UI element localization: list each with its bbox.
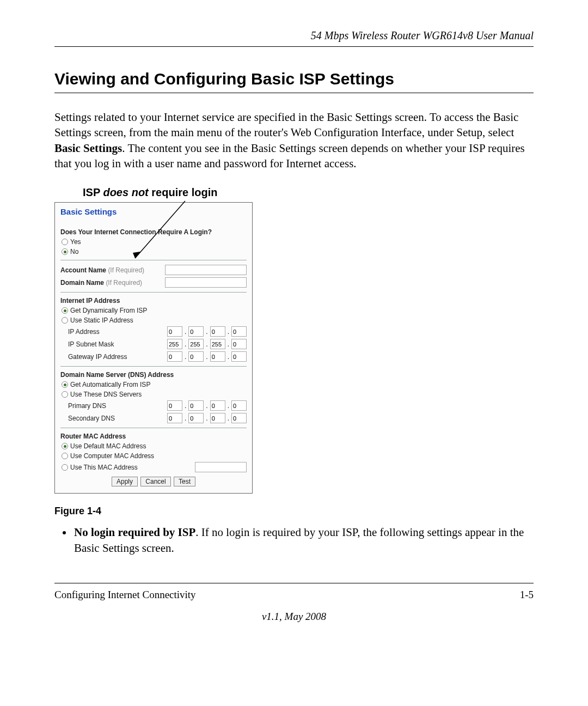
- radio-ip-static-label: Use Static IP Address: [70, 317, 133, 324]
- subnet-mask-label: IP Subnet Mask: [68, 340, 114, 348]
- radio-ip-dynamic[interactable]: [62, 307, 68, 314]
- domain-name-input[interactable]: [165, 277, 247, 288]
- footer-version: v1.1, May 2008: [54, 611, 534, 623]
- gateway-oct3[interactable]: [210, 351, 225, 362]
- radio-dns-custom-label: Use These DNS Servers: [70, 391, 142, 398]
- mac-heading: Router MAC Address: [60, 433, 247, 440]
- radio-login-yes[interactable]: [62, 239, 68, 245]
- cancel-button[interactable]: Cancel: [140, 477, 170, 486]
- figure-caption: Figure 1-4: [54, 506, 534, 517]
- running-header: 54 Mbps Wireless Router WGR614v8 User Ma…: [54, 29, 534, 47]
- pdns-oct4[interactable]: [231, 400, 247, 411]
- footer-left: Configuring Internet Connectivity: [54, 589, 196, 601]
- pdns-oct3[interactable]: [210, 400, 225, 411]
- radio-mac-this-label: Use This MAC Address: [70, 464, 138, 471]
- radio-dns-custom[interactable]: [62, 391, 68, 398]
- radio-mac-computer-label: Use Computer MAC Address: [70, 452, 154, 460]
- divider: [60, 366, 247, 367]
- secondary-dns-label: Secondary DNS: [68, 415, 115, 422]
- domain-name-note: (If Required): [106, 279, 142, 287]
- ip-address-oct4[interactable]: [231, 326, 247, 337]
- gateway-label: Gateway IP Address: [68, 353, 127, 361]
- sdns-oct2[interactable]: [188, 413, 204, 423]
- domain-name-label: Domain Name: [60, 279, 104, 287]
- apply-button[interactable]: Apply: [112, 477, 138, 486]
- page-footer: Configuring Internet Connectivity 1-5: [54, 583, 534, 601]
- radio-mac-this[interactable]: [62, 464, 68, 471]
- ip-address-label: IP Address: [68, 328, 100, 336]
- callout-label: ISP does not require login: [83, 186, 534, 199]
- subnet-oct3[interactable]: [210, 339, 225, 349]
- panel-title: Basic Settings: [60, 207, 247, 216]
- divider: [60, 292, 247, 293]
- primary-dns-label: Primary DNS: [68, 402, 106, 410]
- radio-ip-dynamic-label: Get Dynamically From ISP: [70, 307, 147, 314]
- radio-dns-auto[interactable]: [62, 381, 68, 388]
- radio-mac-computer[interactable]: [62, 453, 68, 459]
- ip-address-oct1[interactable]: [167, 326, 182, 337]
- radio-mac-default-label: Use Default MAC Address: [70, 442, 146, 450]
- section-title: Viewing and Configuring Basic ISP Settin…: [54, 70, 534, 93]
- bullet-no-login: No login required by ISP. If no login is…: [73, 525, 534, 556]
- divider: [60, 428, 247, 428]
- sdns-oct3[interactable]: [210, 413, 225, 423]
- subnet-oct2[interactable]: [188, 339, 204, 349]
- sdns-oct1[interactable]: [167, 413, 182, 423]
- gateway-oct2[interactable]: [188, 351, 204, 362]
- test-button[interactable]: Test: [174, 477, 195, 486]
- radio-ip-static[interactable]: [62, 317, 68, 324]
- account-name-input[interactable]: [165, 265, 247, 275]
- intro-part-b: . The content you see in the Basic Setti…: [54, 142, 525, 170]
- footer-right: 1-5: [520, 589, 534, 601]
- ip-address-oct3[interactable]: [210, 326, 225, 337]
- intro-bold: Basic Settings: [54, 142, 122, 155]
- account-name-label: Account Name: [60, 266, 106, 274]
- dns-heading: Domain Name Server (DNS) Address: [60, 371, 247, 379]
- account-name-note: (If Required): [108, 266, 144, 274]
- divider: [60, 260, 247, 260]
- mac-this-input[interactable]: [195, 462, 247, 472]
- subnet-oct1[interactable]: [167, 339, 182, 349]
- subnet-oct4[interactable]: [231, 339, 247, 349]
- pdns-oct1[interactable]: [167, 400, 182, 411]
- sdns-oct4[interactable]: [231, 413, 247, 423]
- gateway-oct4[interactable]: [231, 351, 247, 362]
- radio-mac-default[interactable]: [62, 443, 68, 449]
- callout-prefix: ISP: [83, 186, 103, 198]
- radio-login-yes-label: Yes: [70, 238, 81, 246]
- gateway-oct1[interactable]: [167, 351, 182, 362]
- ip-heading: Internet IP Address: [60, 297, 247, 305]
- callout-suffix: require login: [149, 186, 218, 198]
- intro-paragraph: Settings related to your Internet servic…: [54, 109, 534, 171]
- login-question: Does Your Internet Connection Require A …: [60, 228, 247, 236]
- ip-address-oct2[interactable]: [188, 326, 204, 337]
- radio-login-no[interactable]: [62, 248, 68, 255]
- basic-settings-screenshot: Basic Settings Does Your Internet Connec…: [54, 202, 253, 494]
- callout-emph: does not: [103, 186, 148, 198]
- intro-part-a: Settings related to your Internet servic…: [54, 111, 518, 139]
- radio-dns-auto-label: Get Automatically From ISP: [70, 381, 150, 388]
- radio-login-no-label: No: [70, 248, 78, 255]
- pdns-oct2[interactable]: [188, 400, 204, 411]
- bullet-lead: No login required by ISP: [74, 526, 195, 539]
